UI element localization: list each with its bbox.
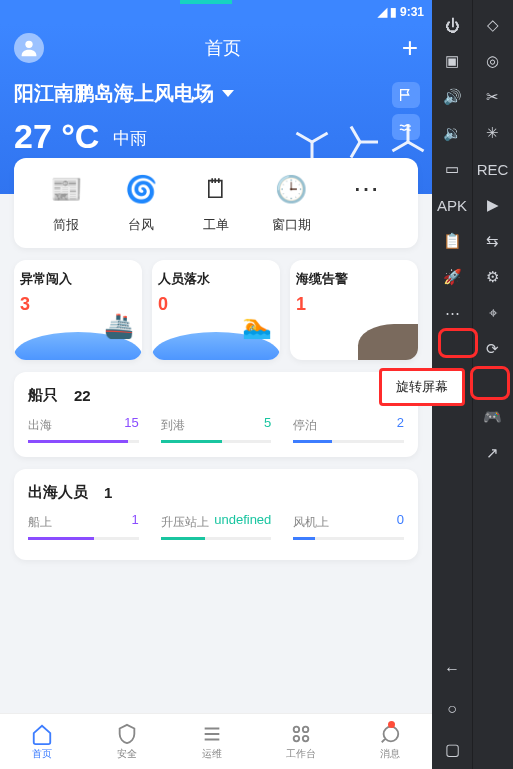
- ships-card: 船只22 出海15到港5停泊2: [14, 372, 418, 457]
- site-name: 阳江南鹏岛海上风电场: [14, 80, 214, 107]
- chevron-down-icon: [222, 90, 234, 97]
- status-indicator: [180, 0, 232, 4]
- crew-card: 出海人员1 船上1升压站上undefined风机上0: [14, 469, 418, 560]
- avatar[interactable]: [14, 33, 44, 63]
- eraser-icon[interactable]: ◇: [482, 14, 504, 36]
- tab-safety[interactable]: 安全: [116, 723, 138, 761]
- alert-cable[interactable]: 海缆告警 1: [290, 260, 418, 360]
- tab-workbench[interactable]: 工作台: [286, 723, 316, 761]
- power-icon[interactable]: ⏻: [441, 14, 463, 36]
- status-time: 9:31: [400, 5, 424, 19]
- signal-icon: ◢: [378, 5, 387, 19]
- notification-dot: [388, 721, 395, 728]
- svg-point-1: [293, 726, 299, 732]
- stat-item: 船上1: [28, 512, 139, 540]
- quick-typhoon[interactable]: 🌀台风: [103, 172, 178, 234]
- svg-point-3: [293, 735, 299, 741]
- stat-item: 风机上0: [293, 512, 404, 540]
- share-icon[interactable]: ↗: [482, 442, 504, 464]
- camera-icon[interactable]: ▣: [441, 50, 463, 72]
- apk-icon[interactable]: APK: [441, 194, 463, 216]
- highlight-rotate: [470, 366, 510, 400]
- quick-more[interactable]: ⋯: [329, 172, 404, 234]
- loading-icon[interactable]: ✳: [482, 122, 504, 144]
- display-icon[interactable]: ▭: [441, 158, 463, 180]
- tab-bar: 首页 安全 运维 工作台 消息: [0, 713, 432, 769]
- scissors-icon[interactable]: ✂: [482, 86, 504, 108]
- quick-order[interactable]: 🗒工单: [178, 172, 253, 234]
- stat-item: 出海15: [28, 415, 139, 443]
- svg-point-4: [303, 735, 309, 741]
- alert-intrusion[interactable]: 异常闯入 3 🚢: [14, 260, 142, 360]
- volume-down-icon[interactable]: 🔉: [441, 122, 463, 144]
- back-icon[interactable]: ←: [432, 649, 472, 689]
- add-button[interactable]: +: [402, 32, 418, 64]
- swap-icon[interactable]: ⇆: [482, 230, 504, 252]
- stat-item: 升压站上undefined: [161, 512, 272, 540]
- settings-icon[interactable]: ⚙: [482, 266, 504, 288]
- clipboard-icon[interactable]: 📋: [441, 230, 463, 252]
- rotate-icon[interactable]: ⟳: [482, 338, 504, 360]
- rocket-icon[interactable]: 🚀: [441, 266, 463, 288]
- recents-icon[interactable]: ▢: [432, 729, 472, 769]
- swimmer-icon: 🏊: [242, 312, 272, 340]
- battery-icon: ▮: [390, 5, 397, 19]
- flag-badge[interactable]: [392, 82, 420, 108]
- tab-messages[interactable]: 消息: [379, 723, 401, 761]
- phone-frame: ◢ ▮ 9:31 首页 + 阳江南鹏岛海上风电场 27 °C 中雨 ↗ 风速 1…: [0, 0, 432, 769]
- site-selector[interactable]: 阳江南鹏岛海上风电场: [14, 80, 418, 107]
- alert-overboard[interactable]: 人员落水 0 🏊: [152, 260, 280, 360]
- quick-actions: 📰简报 🌀台风 🗒工单 🕒窗口期 ⋯: [14, 158, 418, 248]
- focus-icon[interactable]: ⌖: [482, 302, 504, 324]
- clock-icon: 🕒: [274, 172, 308, 206]
- tab-ops[interactable]: 运维: [201, 723, 223, 761]
- tab-home[interactable]: 首页: [31, 723, 53, 761]
- home-icon[interactable]: ○: [432, 689, 472, 729]
- location-icon[interactable]: ◎: [482, 50, 504, 72]
- weather-condition: 中雨: [113, 127, 147, 150]
- order-icon: 🗒: [199, 172, 233, 206]
- volume-up-icon[interactable]: 🔊: [441, 86, 463, 108]
- stat-item: 到港5: [161, 415, 272, 443]
- typhoon-icon: 🌀: [124, 172, 158, 206]
- alert-cards: 异常闯入 3 🚢 人员落水 0 🏊 海缆告警 1: [14, 260, 418, 360]
- page-title: 首页: [205, 36, 241, 60]
- controller-icon[interactable]: 🎮: [482, 406, 504, 428]
- stat-item: 停泊2: [293, 415, 404, 443]
- more-icon: ⋯: [349, 172, 383, 206]
- svg-point-2: [303, 726, 309, 732]
- brief-icon: 📰: [49, 172, 83, 206]
- emulator-nav: ← ○ ▢: [432, 649, 513, 769]
- ship-icon: 🚢: [104, 312, 134, 340]
- quick-window[interactable]: 🕒窗口期: [254, 172, 329, 234]
- more-icon[interactable]: ⋯: [441, 302, 463, 324]
- video-icon[interactable]: ▶: [482, 194, 504, 216]
- quick-brief[interactable]: 📰简报: [28, 172, 103, 234]
- rotate-tooltip: 旋转屏幕: [379, 368, 465, 406]
- svg-point-0: [25, 41, 32, 48]
- highlight-more: [438, 328, 478, 358]
- record-icon[interactable]: REC: [482, 158, 504, 180]
- temperature: 27 °C: [14, 117, 99, 156]
